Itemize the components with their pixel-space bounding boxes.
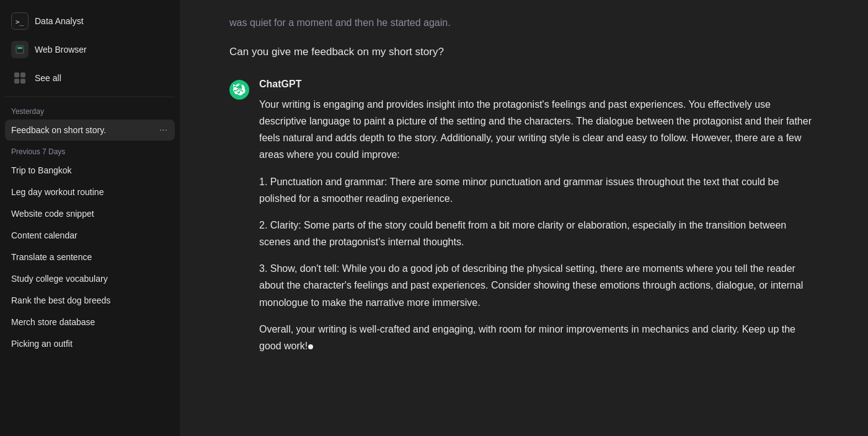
sidebar-item-website-code[interactable]: Website code snippet ··· xyxy=(5,203,175,224)
assistant-para-1: Your writing is engaging and provides in… xyxy=(259,96,818,164)
data-analyst-label: Data Analyst xyxy=(35,16,84,26)
chat-item-label-translate: Translate a sentence xyxy=(11,252,158,262)
sidebar-item-translate-sentence[interactable]: Translate a sentence ··· xyxy=(5,246,175,268)
sidebar-item-picking-outfit[interactable]: Picking an outfit ··· xyxy=(5,333,175,354)
typing-cursor xyxy=(308,344,313,349)
sidebar-divider-top xyxy=(5,97,175,97)
chat-item-label-study-college: Study college vocabulary xyxy=(11,274,158,284)
assistant-para-2: 1. Punctuation and grammar: There are so… xyxy=(259,173,818,207)
chat-item-label-content-calendar: Content calendar xyxy=(11,230,158,240)
assistant-para-3: 2. Clarity: Some parts of the story coul… xyxy=(259,217,818,250)
svg-text:>_: >_ xyxy=(16,18,24,26)
see-all-icon xyxy=(11,69,29,87)
chat-item-label-trip-bangkok: Trip to Bangkok xyxy=(11,165,158,175)
svg-rect-7 xyxy=(20,79,25,84)
sidebar-item-rank-dogs[interactable]: Rank the best dog breeds ··· xyxy=(5,290,175,311)
sidebar-item-content-calendar[interactable]: Content calendar ··· xyxy=(5,225,175,246)
chat-item-label-merch-store: Merch store database xyxy=(11,317,158,327)
sidebar-item-data-analyst[interactable]: >_ Data Analyst xyxy=(5,7,175,35)
svg-rect-6 xyxy=(14,79,19,84)
assistant-message-block: ChatGPT Your writing is engaging and pro… xyxy=(229,79,818,354)
sidebar-item-feedback-short-story[interactable]: Feedback on short story. ··· xyxy=(5,120,175,141)
sidebar-item-leg-day[interactable]: Leg day workout routine ··· xyxy=(5,181,175,203)
svg-rect-3 xyxy=(17,47,22,49)
sidebar-item-see-all[interactable]: See all xyxy=(5,64,175,92)
assistant-avatar xyxy=(229,80,249,100)
sidebar-item-merch-store[interactable]: Merch store database ··· xyxy=(5,312,175,333)
web-browser-label: Web Browser xyxy=(35,45,87,54)
chat-scroll-area[interactable]: was quiet for a moment and then he start… xyxy=(180,0,868,436)
assistant-response-text: Your writing is engaging and provides in… xyxy=(259,96,818,354)
assistant-para-4: 3. Show, don't tell: While you do a good… xyxy=(259,260,818,311)
chat-item-label-picking-outfit: Picking an outfit xyxy=(11,339,158,349)
see-all-label: See all xyxy=(35,73,61,83)
user-message: Can you give me feedback on my short sto… xyxy=(229,43,818,60)
chat-item-label-website-code: Website code snippet xyxy=(11,209,158,219)
sidebar: >_ Data Analyst Web Browser See all Ye xyxy=(0,0,180,436)
chat-item-label-rank-dogs: Rank the best dog breeds xyxy=(11,295,158,305)
svg-rect-4 xyxy=(14,72,19,77)
assistant-name-label: ChatGPT xyxy=(259,79,818,90)
sidebar-item-study-college[interactable]: Study college vocabulary ··· xyxy=(5,268,175,289)
more-options-button-feedback[interactable]: ··· xyxy=(158,124,169,136)
svg-rect-5 xyxy=(20,72,25,77)
faded-context-text: was quiet for a moment and then he start… xyxy=(229,15,818,31)
chat-item-label-leg-day: Leg day workout routine xyxy=(11,187,158,197)
assistant-message-body: ChatGPT Your writing is engaging and pro… xyxy=(259,79,818,354)
assistant-para-5: Overall, your writing is well-crafted an… xyxy=(259,321,818,354)
main-content: was quiet for a moment and then he start… xyxy=(180,0,868,436)
yesterday-section-label: Yesterday xyxy=(5,101,175,120)
previous7days-section-label: Previous 7 Days xyxy=(5,141,175,160)
chat-item-label-feedback: Feedback on short story. xyxy=(11,125,158,135)
data-analyst-icon: >_ xyxy=(11,12,29,30)
sidebar-item-web-browser[interactable]: Web Browser xyxy=(5,36,175,63)
sidebar-item-trip-bangkok[interactable]: Trip to Bangkok ··· xyxy=(5,160,175,181)
web-browser-icon xyxy=(11,41,29,58)
